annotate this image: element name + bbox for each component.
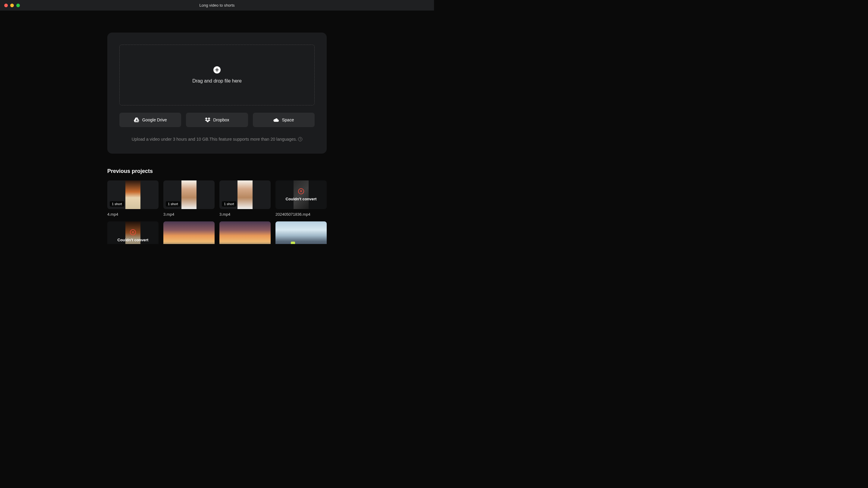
shorts-count-badge: 1 short (222, 201, 236, 207)
error-message: Couldn't convert (286, 197, 317, 201)
help-icon[interactable]: ? (298, 137, 302, 141)
project-card: 1 short 3.mp4 (219, 181, 271, 217)
error-message: Couldn't convert (118, 238, 149, 242)
project-card (163, 221, 215, 244)
thumbnail-image (163, 221, 215, 244)
google-drive-button[interactable]: Google Drive (119, 113, 181, 127)
close-window-button[interactable] (4, 4, 8, 7)
thumbnail-image (276, 221, 327, 244)
space-label: Space (282, 118, 294, 122)
project-card: 1 short 3.mp4 (163, 181, 215, 217)
project-card (219, 221, 271, 244)
shorts-count-badge: 1 short (110, 201, 124, 207)
google-drive-label: Google Drive (142, 118, 167, 122)
project-card (276, 221, 327, 244)
plus-icon (213, 66, 221, 73)
upload-help-text: Upload a video under 3 hours and 10 GB.T… (132, 137, 303, 141)
project-card: 1 short 4.mp4 (107, 181, 158, 217)
project-filename: 4.mp4 (107, 212, 158, 217)
space-button[interactable]: Space (253, 113, 315, 127)
dropbox-button[interactable]: Dropbox (186, 113, 248, 127)
source-buttons-row: Google Drive Dropbox Space (119, 113, 315, 127)
thumbnail-image (238, 181, 253, 209)
upload-card: Drag and drop file here Google Drive Dro… (107, 33, 327, 154)
project-filename: 3.mp4 (163, 212, 215, 217)
project-card: ✕ Couldn't convert 202405071836.mp4 (276, 181, 327, 217)
titlebar: Long video to shorts (0, 0, 434, 10)
error-icon: ✕ (298, 188, 304, 194)
project-thumbnail[interactable]: ✕ Couldn't convert (107, 221, 158, 244)
project-thumbnail[interactable]: 1 short (219, 181, 271, 209)
project-filename: 3.mp4 (219, 212, 271, 217)
thumbnail-image (219, 221, 271, 244)
thumbnail-image (125, 181, 141, 209)
error-overlay: ✕ Couldn't convert (276, 181, 327, 209)
window-title: Long video to shorts (199, 3, 235, 7)
previous-projects-section: Previous projects 1 short 4.mp4 1 short … (107, 168, 327, 244)
project-card: ✕ Couldn't convert (107, 221, 158, 244)
dropzone-label: Drag and drop file here (192, 78, 242, 84)
main-content: Drag and drop file here Google Drive Dro… (0, 10, 434, 244)
project-thumbnail[interactable]: ✕ Couldn't convert (276, 181, 327, 209)
shorts-count-badge: 1 short (166, 201, 180, 207)
error-overlay: ✕ Couldn't convert (107, 221, 158, 244)
dropbox-icon (205, 117, 210, 123)
projects-grid: 1 short 4.mp4 1 short 3.mp4 1 short 3.mp… (107, 181, 327, 244)
project-filename: 202405071836.mp4 (276, 212, 327, 217)
cloud-icon (273, 117, 279, 123)
minimize-window-button[interactable] (10, 4, 14, 7)
project-thumbnail[interactable] (163, 221, 215, 244)
maximize-window-button[interactable] (16, 4, 20, 7)
project-thumbnail[interactable] (219, 221, 271, 244)
project-thumbnail[interactable] (276, 221, 327, 244)
project-thumbnail[interactable]: 1 short (107, 181, 158, 209)
dropbox-label: Dropbox (213, 118, 229, 122)
file-dropzone[interactable]: Drag and drop file here (119, 44, 315, 105)
window-controls (4, 4, 20, 7)
error-icon: ✕ (130, 229, 136, 235)
project-thumbnail[interactable]: 1 short (163, 181, 215, 209)
section-title: Previous projects (107, 168, 327, 174)
thumbnail-image (181, 181, 196, 209)
google-drive-icon (134, 117, 139, 123)
